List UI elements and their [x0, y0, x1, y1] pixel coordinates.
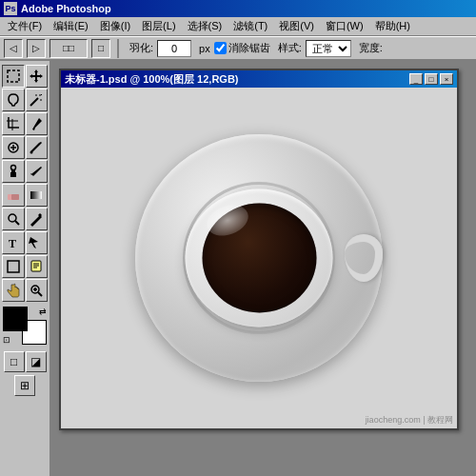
- feather-unit: px: [199, 43, 210, 54]
- document-controls: _ □ ×: [409, 73, 453, 85]
- tool-text[interactable]: T: [2, 231, 25, 254]
- tool-row-1: [2, 65, 48, 88]
- document-title: 未标器-1.psd @ 100%(图层 12,RGB): [65, 72, 238, 87]
- tool-row-7: [2, 208, 48, 230]
- tool-heal[interactable]: [2, 136, 25, 159]
- menu-window[interactable]: 窗口(W): [320, 17, 369, 35]
- menu-image[interactable]: 图像(I): [94, 17, 136, 35]
- document-title-bar: 未标器-1.psd @ 100%(图层 12,RGB) _ □ ×: [61, 70, 457, 88]
- menu-bar: 文件(F) 编辑(E) 图像(I) 图层(L) 选择(S) 滤镜(T) 视图(V…: [0, 17, 476, 36]
- tool-row-4: [2, 136, 48, 159]
- anti-alias-label: 消除锯齿: [228, 41, 270, 55]
- tool-history-brush[interactable]: [26, 160, 49, 183]
- tool-row-6: [2, 184, 48, 207]
- fg-color-swatch[interactable]: [3, 307, 28, 331]
- nav-back-btn[interactable]: ◁: [4, 39, 23, 58]
- tool-preset-btn[interactable]: □□: [50, 39, 88, 58]
- menu-help[interactable]: 帮助(H): [369, 17, 416, 35]
- watermark: jiaocheng.com | 教程网: [366, 414, 453, 426]
- tool-move[interactable]: [26, 65, 49, 88]
- menu-filter[interactable]: 滤镜(T): [228, 17, 273, 35]
- tool-zoom[interactable]: [26, 279, 49, 302]
- main-area: T ⇄ ⊡: [0, 61, 476, 476]
- menu-layer[interactable]: 图层(L): [136, 17, 181, 35]
- tool-stamp[interactable]: [2, 160, 25, 183]
- tool-row-8: T: [2, 231, 48, 254]
- anti-alias-checkbox[interactable]: [214, 42, 227, 54]
- default-colors-icon[interactable]: ⊡: [3, 335, 10, 345]
- title-bar: Ps Adobe Photoshop: [0, 0, 476, 17]
- feather-input[interactable]: [157, 40, 191, 57]
- style-label: 样式:: [278, 41, 302, 55]
- tool-eyedropper[interactable]: [26, 112, 49, 135]
- svg-line-25: [38, 292, 42, 296]
- nav-forward-btn[interactable]: ▷: [27, 39, 46, 58]
- color-swatches: ⇄ ⊡: [3, 307, 47, 345]
- svg-rect-0: [8, 70, 19, 82]
- tool-path-select[interactable]: [26, 231, 49, 254]
- svg-rect-19: [8, 261, 19, 272]
- swap-colors-icon[interactable]: ⇄: [39, 307, 47, 316]
- standard-mode-btn[interactable]: □: [4, 351, 25, 372]
- anti-alias-check[interactable]: 消除锯齿: [214, 41, 270, 55]
- doc-close-btn[interactable]: ×: [440, 73, 453, 85]
- svg-point-9: [30, 151, 33, 154]
- feather-label: 羽化:: [129, 41, 153, 55]
- svg-point-12: [10, 166, 15, 170]
- screen-mode-btn[interactable]: ⊞: [14, 375, 35, 396]
- cup-body: [186, 189, 333, 327]
- svg-line-5: [41, 94, 42, 95]
- quick-mask-btn[interactable]: ◪: [26, 351, 47, 372]
- tool-row-5: [2, 160, 48, 183]
- menu-edit[interactable]: 编辑(E): [48, 17, 94, 35]
- app-title: Adobe Photoshop: [21, 3, 111, 14]
- toolbox: T ⇄ ⊡: [0, 61, 51, 476]
- tool-row-3: [2, 112, 48, 135]
- document-window: 未标器-1.psd @ 100%(图层 12,RGB) _ □ ×: [59, 69, 459, 430]
- svg-line-1: [30, 98, 38, 106]
- tool-notes[interactable]: [26, 255, 49, 278]
- tool-shape[interactable]: [2, 255, 25, 278]
- tool-gradient[interactable]: [26, 184, 49, 207]
- screen-mode-row: ⊞: [2, 375, 48, 396]
- tool-eraser[interactable]: [2, 184, 25, 207]
- style-select[interactable]: 正常: [306, 40, 351, 57]
- menu-file[interactable]: 文件(F): [2, 17, 48, 35]
- canvas-area: 未标器-1.psd @ 100%(图层 12,RGB) _ □ ×: [51, 61, 476, 476]
- doc-minimize-btn[interactable]: _: [409, 73, 423, 85]
- menu-select[interactable]: 选择(S): [182, 17, 228, 35]
- tool-row-10: [2, 279, 48, 302]
- sep1: [117, 39, 119, 58]
- tool-crop[interactable]: [2, 112, 25, 135]
- tool-row-9: [2, 255, 48, 278]
- tool-row-2: [2, 89, 48, 111]
- tool-magic-wand[interactable]: [26, 89, 49, 111]
- app-icon: Ps: [4, 2, 17, 15]
- cup-illustration: [116, 115, 402, 401]
- svg-point-16: [9, 214, 16, 222]
- tool-opt-btn[interactable]: □: [91, 39, 110, 58]
- tool-marquee[interactable]: [2, 65, 25, 88]
- view-mode-row: □ ◪: [2, 351, 48, 372]
- options-bar: ◁ ▷ □□ □ 羽化: px 消除锯齿 样式: 正常 宽度:: [0, 36, 476, 61]
- width-label: 宽度:: [359, 41, 383, 55]
- doc-maximize-btn[interactable]: □: [425, 73, 438, 85]
- svg-text:T: T: [9, 237, 16, 250]
- tool-brush[interactable]: [26, 136, 49, 159]
- tool-dodge[interactable]: [2, 208, 25, 230]
- menu-view[interactable]: 视图(V): [273, 17, 320, 35]
- tool-pen[interactable]: [26, 208, 49, 230]
- svg-rect-15: [30, 191, 42, 199]
- tool-lasso[interactable]: [2, 89, 25, 111]
- svg-rect-14: [11, 194, 19, 200]
- document-canvas: jiaocheng.com | 教程网: [61, 88, 457, 428]
- tool-hand[interactable]: [2, 279, 25, 302]
- svg-line-17: [15, 221, 19, 225]
